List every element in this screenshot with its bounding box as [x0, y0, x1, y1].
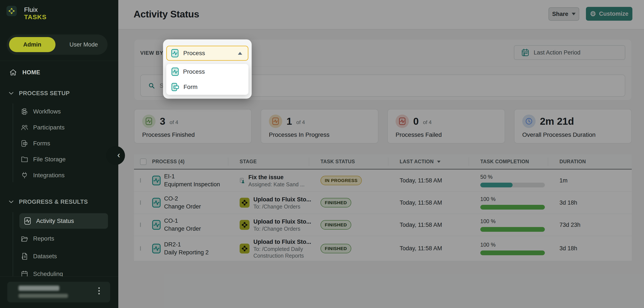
sidebar-item-label: Datasets [33, 253, 57, 260]
menu-item-label: Process [183, 68, 205, 75]
mode-toggle: Admin User Mode [7, 35, 108, 55]
sidebar-item-label: Activity Status [36, 218, 74, 224]
sidebar: Fluix TASKS Admin User Mode HOME PROCESS… [0, 0, 118, 308]
process-icon [171, 49, 178, 58]
sidebar-item-participants[interactable]: Participants [0, 121, 118, 134]
view-by-selected-value: Process [183, 50, 233, 57]
sidebar-nav-clip: Activity Status Reports [0, 209, 118, 276]
activity-status-icon [24, 217, 32, 225]
sidebar-item-label: Scheduling [33, 270, 63, 276]
section-title: PROCESS SETUP [19, 90, 70, 97]
sidebar-item-datasets[interactable]: Datasets [0, 250, 118, 263]
folder-icon [21, 156, 28, 163]
form-icon [172, 83, 179, 91]
section-process-setup[interactable]: PROCESS SETUP [0, 88, 118, 99]
reports-folder-icon [21, 235, 28, 242]
sidebar-item-activity-status[interactable]: Activity Status [19, 213, 108, 229]
view-by-dropdown-popover: Process Process Form [163, 39, 252, 99]
user-mode-tab[interactable]: User Mode [62, 37, 105, 52]
chevron-down-icon [8, 200, 14, 204]
plug-icon [21, 172, 28, 179]
workflows-icon [21, 108, 28, 115]
user-email-redacted [18, 294, 68, 298]
sidebar-item-label: HOME [22, 69, 40, 76]
process-icon [172, 67, 179, 76]
admin-mode-tab[interactable]: Admin [9, 37, 56, 52]
section-title: PROGRESS & RESULTS [19, 199, 88, 205]
user-name-redacted [18, 286, 59, 291]
app-window: Activity Status Share ⚙ Customize VIEW B… [0, 0, 644, 308]
view-by-menu: Process Form [166, 64, 248, 95]
menu-item-label: Form [184, 84, 198, 90]
sidebar-item-label: Reports [33, 235, 54, 242]
scheduling-calendar-icon [21, 270, 28, 276]
kebab-menu-icon[interactable] [98, 287, 100, 294]
menu-item-form[interactable]: Form [166, 79, 248, 95]
sidebar-item-forms[interactable]: Forms [0, 137, 118, 150]
chevron-left-icon: ‹ [117, 150, 120, 159]
datasets-icon [21, 253, 28, 260]
chevron-down-icon [8, 92, 14, 95]
sidebar-item-label: Forms [33, 140, 50, 147]
fluix-logo [6, 6, 17, 16]
section-progress-results[interactable]: PROGRESS & RESULTS [0, 196, 118, 207]
view-by-select[interactable]: Process [166, 46, 248, 61]
sidebar-item-label: File Storage [33, 156, 66, 163]
sidebar-item-workflows[interactable]: Workflows [0, 105, 118, 118]
sidebar-collapse-button[interactable]: ‹ [106, 146, 125, 165]
sidebar-item-scheduling[interactable]: Scheduling [0, 267, 118, 276]
brand-name: Fluix [24, 6, 38, 13]
home-icon [10, 69, 17, 76]
sidebar-item-reports[interactable]: Reports [0, 232, 118, 245]
brand-product: TASKS [24, 13, 46, 21]
sidebar-item-label: Participants [33, 124, 64, 131]
forms-icon [21, 140, 28, 147]
sidebar-item-label: Workflows [33, 108, 61, 115]
user-account-card[interactable] [7, 282, 110, 302]
sidebar-item-file-storage[interactable]: File Storage [0, 153, 118, 166]
menu-item-process[interactable]: Process [166, 64, 248, 79]
participants-icon [21, 124, 28, 131]
chevron-up-icon [238, 52, 242, 55]
sidebar-item-label: Integrations [33, 172, 64, 179]
sidebar-item-integrations[interactable]: Integrations [0, 169, 118, 182]
sidebar-item-home[interactable]: HOME [0, 66, 118, 78]
